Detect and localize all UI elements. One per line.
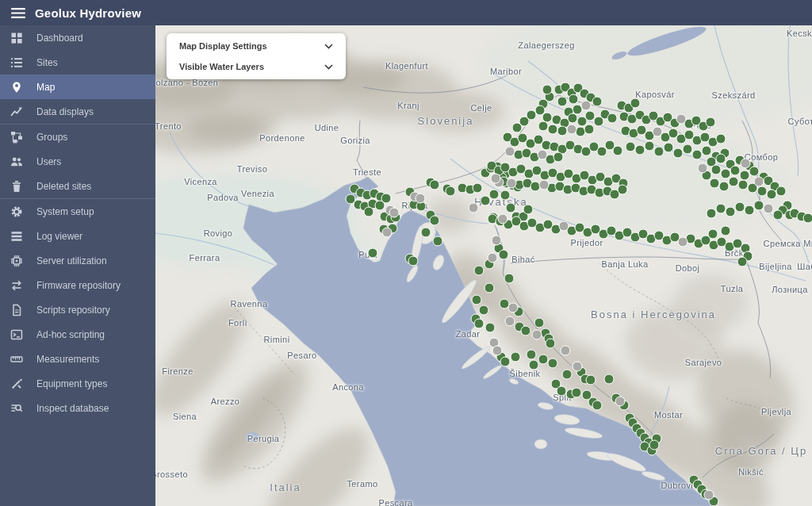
site-marker-active[interactable] — [738, 180, 749, 190]
site-marker-active[interactable] — [548, 358, 558, 369]
site-marker-inactive[interactable] — [676, 114, 687, 125]
sidebar-item-log-viewer[interactable]: Log viewer — [0, 224, 155, 248]
site-marker-inactive[interactable] — [741, 159, 751, 169]
site-marker-active[interactable] — [546, 339, 556, 349]
site-marker-inactive[interactable] — [704, 490, 714, 500]
sidebar-item-groups[interactable]: Groups — [0, 125, 155, 149]
site-marker-active[interactable] — [368, 248, 378, 259]
site-marker-active[interactable] — [767, 190, 777, 200]
site-marker-active[interactable] — [523, 205, 534, 215]
site-marker-active[interactable] — [500, 357, 511, 367]
site-marker-active[interactable] — [708, 229, 718, 240]
site-marker-active[interactable] — [557, 97, 568, 107]
site-marker-active[interactable] — [446, 186, 456, 197]
site-marker-active[interactable] — [735, 202, 745, 213]
site-marker-inactive[interactable] — [754, 177, 764, 187]
sidebar-item-map[interactable]: Map — [0, 75, 155, 99]
site-marker-inactive[interactable] — [505, 147, 515, 157]
site-marker-active[interactable] — [529, 360, 539, 370]
site-marker-active[interactable] — [729, 177, 739, 187]
site-marker-inactive[interactable] — [561, 346, 571, 356]
site-marker-inactive[interactable] — [492, 346, 503, 356]
site-marker-active[interactable] — [474, 319, 485, 329]
site-marker-inactive[interactable] — [507, 178, 517, 189]
site-marker-inactive[interactable] — [382, 228, 393, 238]
site-marker-active[interactable] — [500, 190, 511, 201]
site-marker-active[interactable] — [542, 85, 553, 95]
site-marker-inactive[interactable] — [416, 194, 426, 204]
site-marker-inactive[interactable] — [698, 163, 708, 174]
site-marker-inactive[interactable] — [389, 208, 400, 218]
site-marker-active[interactable] — [504, 274, 515, 284]
site-marker-active[interactable] — [489, 190, 500, 200]
site-marker-active[interactable] — [569, 94, 579, 105]
site-marker-inactive[interactable] — [573, 362, 583, 372]
site-marker-active[interactable] — [506, 203, 516, 213]
site-marker-inactive[interactable] — [615, 397, 626, 407]
sidebar-item-sites[interactable]: Sites — [0, 50, 155, 75]
site-marker-active[interactable] — [548, 125, 558, 135]
site-marker-active[interactable] — [702, 146, 712, 156]
sidebar-item-data-displays[interactable]: Data displays — [0, 99, 155, 124]
site-marker-inactive[interactable] — [498, 214, 508, 224]
site-marker-active[interactable] — [721, 226, 731, 236]
sidebar-item-measurements[interactable]: Measurements — [0, 347, 155, 371]
site-marker-inactive[interactable] — [488, 253, 498, 263]
site-marker-active[interactable] — [613, 146, 623, 156]
site-marker-inactive[interactable] — [653, 127, 663, 137]
site-marker-active[interactable] — [664, 143, 674, 153]
site-marker-active[interactable] — [719, 182, 730, 192]
site-marker-active[interactable] — [572, 388, 582, 398]
site-marker-active[interactable] — [604, 374, 615, 385]
sidebar-item-system-setup[interactable]: System setup — [0, 199, 155, 224]
site-marker-active[interactable] — [757, 186, 768, 197]
site-marker-active[interactable] — [586, 375, 596, 385]
site-marker-active[interactable] — [592, 97, 603, 107]
sidebar-item-server-utilization[interactable]: Server utilization — [0, 248, 155, 273]
site-marker-active[interactable] — [592, 401, 603, 411]
site-marker-active[interactable] — [707, 209, 717, 219]
sidebar-item-firmware-repository[interactable]: Firmware repository — [0, 273, 155, 297]
site-marker-active[interactable] — [649, 440, 660, 450]
sidebar-item-ad-hoc-scripting[interactable]: Ad-hoc scripting — [0, 322, 155, 347]
site-marker-active[interactable] — [479, 305, 489, 316]
site-marker-active[interactable] — [408, 256, 419, 266]
sidebar-item-scripts-repository[interactable]: Scripts repository — [0, 297, 155, 322]
site-marker-inactive[interactable] — [532, 330, 542, 340]
site-marker-active[interactable] — [430, 180, 440, 190]
site-marker-inactive[interactable] — [559, 221, 569, 232]
site-marker-active[interactable] — [645, 141, 655, 151]
site-marker-active[interactable] — [553, 152, 564, 163]
site-marker-active[interactable] — [706, 117, 716, 128]
site-marker-inactive[interactable] — [567, 125, 577, 135]
site-marker-active[interactable] — [474, 266, 485, 276]
site-marker-active[interactable] — [485, 323, 496, 333]
site-marker-active[interactable] — [473, 183, 483, 194]
site-marker-inactive[interactable] — [678, 237, 688, 247]
site-marker-inactive[interactable] — [491, 174, 501, 184]
site-marker-active[interactable] — [710, 178, 720, 189]
sidebar-item-deleted-sites[interactable]: Deleted sites — [0, 174, 155, 198]
sidebar-item-equipment-types[interactable]: Equipment types — [0, 371, 155, 396]
site-marker-inactive[interactable] — [538, 150, 548, 160]
sidebar-item-users[interactable]: Users — [0, 149, 155, 174]
site-marker-active[interactable] — [364, 207, 374, 217]
site-marker-active[interactable] — [430, 216, 440, 226]
site-marker-inactive[interactable] — [764, 204, 774, 214]
site-marker-active[interactable] — [716, 204, 726, 214]
site-marker-inactive[interactable] — [539, 180, 550, 190]
site-marker-active[interactable] — [618, 185, 628, 195]
site-marker-active[interactable] — [773, 210, 783, 220]
sidebar-item-dashboard[interactable]: Dashboard — [0, 25, 155, 50]
sidebar-item-inspect-database[interactable]: Inspect database — [0, 396, 155, 420]
site-marker-active[interactable] — [630, 98, 641, 109]
site-marker-active[interactable] — [711, 165, 722, 175]
site-marker-active[interactable] — [421, 228, 431, 238]
site-marker-active[interactable] — [683, 144, 693, 155]
site-marker-inactive[interactable] — [505, 316, 515, 327]
map-canvas[interactable]: Map Display Settings Visible Water Layer… — [155, 25, 812, 506]
site-marker-active[interactable] — [726, 207, 736, 217]
site-marker-active[interactable] — [716, 154, 726, 164]
site-marker-active[interactable] — [557, 126, 568, 136]
site-marker-inactive[interactable] — [508, 303, 519, 313]
